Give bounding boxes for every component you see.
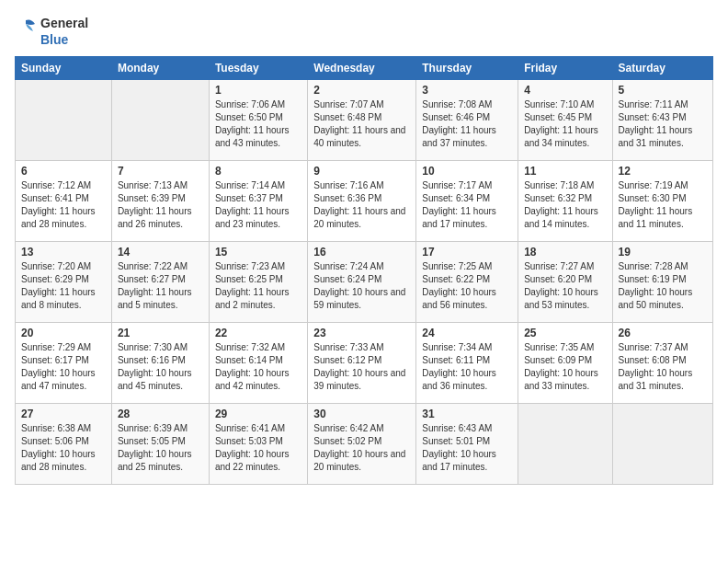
day-number: 23 <box>313 327 410 339</box>
day-info: Sunrise: 6:42 AMSunset: 5:02 PMDaylight:… <box>313 422 410 474</box>
col-header-tuesday: Tuesday <box>209 57 307 80</box>
day-number: 31 <box>422 408 512 420</box>
col-header-friday: Friday <box>518 57 612 80</box>
day-number: 22 <box>215 327 301 339</box>
calendar-cell: 11Sunrise: 7:18 AMSunset: 6:32 PMDayligh… <box>518 161 612 242</box>
week-row-1: 1Sunrise: 7:06 AMSunset: 6:50 PMDaylight… <box>16 80 713 161</box>
day-number: 1 <box>215 84 301 97</box>
day-info: Sunrise: 7:34 AMSunset: 6:11 PMDaylight:… <box>422 341 512 393</box>
day-info: Sunrise: 7:27 AMSunset: 6:20 PMDaylight:… <box>524 260 606 312</box>
day-number: 24 <box>422 327 512 339</box>
day-number: 11 <box>524 165 606 178</box>
calendar-cell: 1Sunrise: 7:06 AMSunset: 6:50 PMDaylight… <box>209 80 307 161</box>
calendar-cell: 2Sunrise: 7:07 AMSunset: 6:48 PMDaylight… <box>308 80 416 161</box>
day-number: 8 <box>215 165 301 178</box>
calendar-cell: 24Sunrise: 7:34 AMSunset: 6:11 PMDayligh… <box>416 323 518 404</box>
col-header-thursday: Thursday <box>416 57 518 80</box>
calendar-cell: 22Sunrise: 7:32 AMSunset: 6:14 PMDayligh… <box>209 323 307 404</box>
day-info: Sunrise: 7:12 AMSunset: 6:41 PMDaylight:… <box>21 179 106 231</box>
header: General Blue <box>15 15 713 47</box>
day-info: Sunrise: 7:13 AMSunset: 6:39 PMDaylight:… <box>118 179 203 231</box>
day-info: Sunrise: 7:30 AMSunset: 6:16 PMDaylight:… <box>118 341 203 393</box>
calendar-cell: 29Sunrise: 6:41 AMSunset: 5:03 PMDayligh… <box>209 404 307 485</box>
week-row-5: 27Sunrise: 6:38 AMSunset: 5:06 PMDayligh… <box>16 404 713 485</box>
calendar-cell: 31Sunrise: 6:43 AMSunset: 5:01 PMDayligh… <box>416 404 518 485</box>
day-number: 25 <box>524 327 606 339</box>
day-info: Sunrise: 7:33 AMSunset: 6:12 PMDaylight:… <box>313 341 410 393</box>
day-number: 7 <box>118 165 203 178</box>
calendar-cell <box>612 404 712 485</box>
week-row-2: 6Sunrise: 7:12 AMSunset: 6:41 PMDaylight… <box>16 161 713 242</box>
day-info: Sunrise: 7:29 AMSunset: 6:17 PMDaylight:… <box>21 341 106 393</box>
calendar-cell: 12Sunrise: 7:19 AMSunset: 6:30 PMDayligh… <box>612 161 712 242</box>
day-info: Sunrise: 7:08 AMSunset: 6:46 PMDaylight:… <box>422 98 512 150</box>
calendar-cell: 19Sunrise: 7:28 AMSunset: 6:19 PMDayligh… <box>612 242 712 323</box>
day-number: 10 <box>422 165 512 178</box>
day-number: 9 <box>313 165 410 178</box>
day-info: Sunrise: 7:14 AMSunset: 6:37 PMDaylight:… <box>215 179 301 231</box>
calendar-cell: 23Sunrise: 7:33 AMSunset: 6:12 PMDayligh… <box>308 323 416 404</box>
calendar-cell: 16Sunrise: 7:24 AMSunset: 6:24 PMDayligh… <box>308 242 416 323</box>
day-number: 18 <box>524 246 606 259</box>
day-info: Sunrise: 6:43 AMSunset: 5:01 PMDaylight:… <box>422 422 512 474</box>
col-header-sunday: Sunday <box>16 57 112 80</box>
day-info: Sunrise: 7:23 AMSunset: 6:25 PMDaylight:… <box>215 260 301 312</box>
day-number: 29 <box>215 408 301 420</box>
day-number: 26 <box>619 327 707 339</box>
day-number: 16 <box>313 246 410 259</box>
calendar-cell: 30Sunrise: 6:42 AMSunset: 5:02 PMDayligh… <box>308 404 416 485</box>
day-info: Sunrise: 7:16 AMSunset: 6:36 PMDaylight:… <box>313 179 410 231</box>
calendar-table: SundayMondayTuesdayWednesdayThursdayFrid… <box>15 56 713 485</box>
day-number: 19 <box>619 246 707 259</box>
day-info: Sunrise: 7:25 AMSunset: 6:22 PMDaylight:… <box>422 260 512 312</box>
logo-general-text: General <box>40 16 88 30</box>
day-info: Sunrise: 7:11 AMSunset: 6:43 PMDaylight:… <box>619 98 707 150</box>
day-info: Sunrise: 7:32 AMSunset: 6:14 PMDaylight:… <box>215 341 301 393</box>
calendar-cell: 3Sunrise: 7:08 AMSunset: 6:46 PMDaylight… <box>416 80 518 161</box>
day-number: 30 <box>313 408 410 420</box>
day-number: 6 <box>21 165 106 178</box>
calendar-cell: 9Sunrise: 7:16 AMSunset: 6:36 PMDaylight… <box>308 161 416 242</box>
calendar-cell <box>16 80 112 161</box>
calendar-cell: 28Sunrise: 6:39 AMSunset: 5:05 PMDayligh… <box>111 404 209 485</box>
calendar-cell: 8Sunrise: 7:14 AMSunset: 6:37 PMDaylight… <box>209 161 307 242</box>
day-number: 21 <box>118 327 203 339</box>
day-info: Sunrise: 6:41 AMSunset: 5:03 PMDaylight:… <box>215 422 301 474</box>
day-number: 12 <box>619 165 707 178</box>
day-number: 15 <box>215 246 301 259</box>
day-number: 28 <box>118 408 203 420</box>
calendar-cell: 17Sunrise: 7:25 AMSunset: 6:22 PMDayligh… <box>416 242 518 323</box>
logo-bird-icon <box>15 17 37 46</box>
day-info: Sunrise: 7:19 AMSunset: 6:30 PMDaylight:… <box>619 179 707 231</box>
calendar-cell: 6Sunrise: 7:12 AMSunset: 6:41 PMDaylight… <box>16 161 112 242</box>
day-number: 20 <box>21 327 106 339</box>
calendar-cell: 14Sunrise: 7:22 AMSunset: 6:27 PMDayligh… <box>111 242 209 323</box>
calendar-cell: 13Sunrise: 7:20 AMSunset: 6:29 PMDayligh… <box>16 242 112 323</box>
calendar-cell: 10Sunrise: 7:17 AMSunset: 6:34 PMDayligh… <box>416 161 518 242</box>
day-info: Sunrise: 6:38 AMSunset: 5:06 PMDaylight:… <box>21 422 106 474</box>
day-info: Sunrise: 7:20 AMSunset: 6:29 PMDaylight:… <box>21 260 106 312</box>
day-number: 5 <box>619 84 707 97</box>
calendar-cell: 21Sunrise: 7:30 AMSunset: 6:16 PMDayligh… <box>111 323 209 404</box>
day-number: 3 <box>422 84 512 97</box>
day-info: Sunrise: 7:22 AMSunset: 6:27 PMDaylight:… <box>118 260 203 312</box>
day-info: Sunrise: 7:37 AMSunset: 6:08 PMDaylight:… <box>619 341 707 393</box>
calendar-header-row: SundayMondayTuesdayWednesdayThursdayFrid… <box>16 57 713 80</box>
calendar-cell: 18Sunrise: 7:27 AMSunset: 6:20 PMDayligh… <box>518 242 612 323</box>
col-header-saturday: Saturday <box>612 57 712 80</box>
col-header-monday: Monday <box>111 57 209 80</box>
col-header-wednesday: Wednesday <box>308 57 416 80</box>
day-info: Sunrise: 7:17 AMSunset: 6:34 PMDaylight:… <box>422 179 512 231</box>
calendar-cell: 7Sunrise: 7:13 AMSunset: 6:39 PMDaylight… <box>111 161 209 242</box>
day-info: Sunrise: 7:18 AMSunset: 6:32 PMDaylight:… <box>524 179 606 231</box>
week-row-3: 13Sunrise: 7:20 AMSunset: 6:29 PMDayligh… <box>16 242 713 323</box>
day-info: Sunrise: 7:06 AMSunset: 6:50 PMDaylight:… <box>215 98 301 150</box>
day-number: 14 <box>118 246 203 259</box>
calendar-cell: 5Sunrise: 7:11 AMSunset: 6:43 PMDaylight… <box>612 80 712 161</box>
day-info: Sunrise: 6:39 AMSunset: 5:05 PMDaylight:… <box>118 422 203 474</box>
day-number: 4 <box>524 84 606 97</box>
calendar-cell: 26Sunrise: 7:37 AMSunset: 6:08 PMDayligh… <box>612 323 712 404</box>
day-number: 2 <box>313 84 410 97</box>
day-number: 27 <box>21 408 106 420</box>
day-info: Sunrise: 7:24 AMSunset: 6:24 PMDaylight:… <box>313 260 410 312</box>
